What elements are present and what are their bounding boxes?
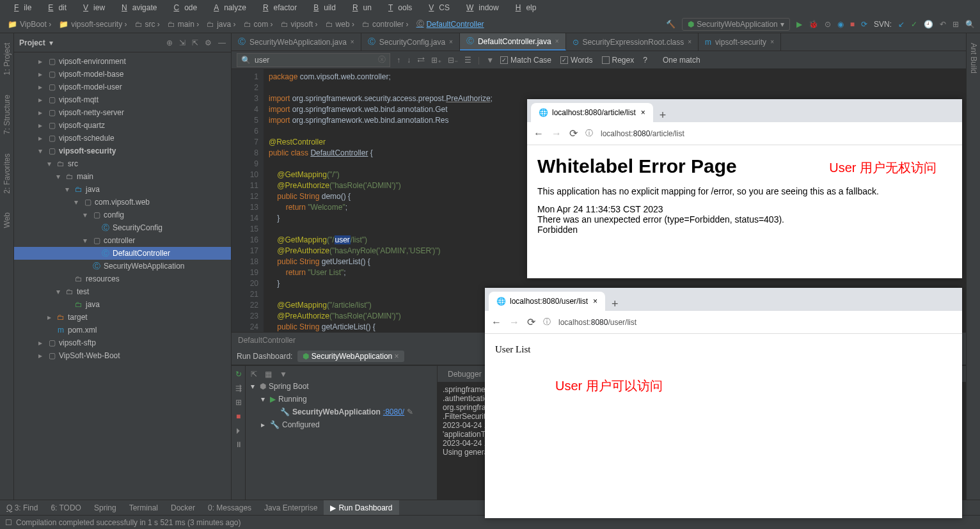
menu-run[interactable]: Run [342, 2, 377, 13]
editor-tab[interactable]: mvipsoft-security× [699, 33, 781, 51]
tree-item[interactable]: ▾🗀java [14, 183, 231, 196]
editor-tab[interactable]: ⒸSecurityConfig.java× [361, 33, 460, 51]
toolwindow-tab[interactable]: Java Enterprise [258, 500, 324, 515]
filter-icon[interactable]: ▼ [486, 56, 494, 65]
run-button[interactable]: ▶ [796, 20, 802, 29]
update-button[interactable]: ⟳ [861, 20, 867, 29]
tree-item[interactable]: ▸▢vipsoft-model-user [14, 81, 231, 93]
tree-item[interactable]: ▾🗀test [14, 285, 231, 298]
tree-item[interactable]: ⒸSecurityConfig [14, 221, 231, 234]
find-input[interactable]: 🔍 user ⓧ [237, 53, 390, 67]
tree-item[interactable]: mpom.xml [14, 324, 231, 336]
coverage-button[interactable]: ⊙ [825, 20, 831, 29]
hammer-icon[interactable]: 🔨 [666, 20, 676, 29]
toolwindow-tab[interactable]: Q 3: Find [0, 500, 44, 515]
editor-tab[interactable]: ⒸDefaultController.java× [460, 33, 566, 51]
tree-item[interactable]: ▾▢config [14, 209, 231, 221]
vcs-history-icon[interactable]: 🕘 [924, 20, 933, 29]
filter-dash-icon[interactable]: ⇶ [235, 384, 242, 393]
toolwindow-tab[interactable]: ▶ Run Dashboard [324, 500, 399, 515]
expand-all-icon[interactable]: ⇲ [179, 38, 186, 47]
profile-button[interactable]: ◉ [837, 20, 844, 29]
dashboard-tree-item[interactable]: 🔧SecurityWebApplication :8080/ ✎ [248, 406, 434, 418]
ide-settings-icon[interactable]: ⊞ [952, 20, 959, 29]
menu-tools[interactable]: Tools [378, 2, 417, 13]
back-button[interactable]: ← [533, 128, 544, 139]
tree-item[interactable]: ▸▢vipsoft-netty-server [14, 106, 231, 119]
collapse-all-icon[interactable]: ⇱ [192, 38, 198, 47]
forward-button[interactable]: → [509, 317, 519, 328]
dashboard-app-tab[interactable]: ⬢ SecurityWebApplication × [297, 351, 404, 362]
layout-icon[interactable]: ⊞ [235, 398, 242, 407]
regex-checkbox[interactable]: Regex [602, 56, 635, 65]
menu-window[interactable]: Window [456, 2, 504, 13]
clear-search-icon[interactable]: ⓧ [378, 54, 386, 65]
breadcrumb-item[interactable]: 🗀src › [132, 19, 162, 30]
dashboard-tree-item[interactable]: ▾⬢Spring Boot [248, 380, 434, 393]
vcs-revert-icon[interactable]: ↶ [940, 20, 946, 29]
dashboard-tree-item[interactable]: ▸🔧Configured [248, 418, 434, 431]
tree-item[interactable]: ▸▢vipsoft-schedule [14, 132, 231, 145]
project-view-label[interactable]: Project [19, 38, 45, 47]
pause-icon[interactable]: ⏸ [235, 440, 242, 449]
editor-tab[interactable]: ⒸSecurityWebApplication.java× [232, 33, 361, 51]
tool-tab[interactable]: Web [1, 209, 13, 231]
info-icon[interactable]: ⓘ [585, 128, 593, 139]
breadcrumb-item[interactable]: 🗀java › [204, 19, 238, 30]
breadcrumb-item[interactable]: ⒸDefaultController [414, 17, 487, 31]
toolwindow-tab[interactable]: 0: Messages [202, 500, 258, 515]
breadcrumb-item[interactable]: 🗀vipsoft › [278, 19, 320, 30]
browser-tab[interactable]: 🌐localhost:8080/user/list × [489, 292, 605, 311]
ant-build-tab[interactable]: Ant Build [968, 40, 979, 77]
tree-item[interactable]: ▾🗀src [14, 157, 231, 170]
tree-item[interactable]: 🗀java [14, 298, 231, 311]
select-opened-icon[interactable]: ⊕ [166, 38, 173, 47]
run-config-selector[interactable]: ⬢ SecurityWebApplication ▾ [682, 18, 790, 31]
console-tab[interactable]: Debugger [443, 368, 487, 380]
tree-item[interactable]: ▸🗀target [14, 311, 231, 324]
tree-item[interactable]: 🗀resources [14, 272, 231, 285]
tool-tab[interactable]: 2: Favorites [1, 150, 13, 197]
menu-help[interactable]: Help [505, 2, 542, 13]
menu-code[interactable]: Code [163, 2, 202, 13]
add-selection-icon[interactable]: ⊞₊ [431, 56, 441, 65]
toolwindow-tab[interactable]: Spring [88, 500, 123, 515]
menu-vcs[interactable]: VCS [418, 2, 455, 13]
vcs-commit-icon[interactable]: ✓ [911, 20, 917, 29]
breadcrumb-item[interactable]: 🗀com › [241, 19, 276, 30]
words-checkbox[interactable]: ✓Words [560, 56, 592, 65]
vcs-update-icon[interactable]: ↙ [898, 20, 905, 29]
breadcrumb-item[interactable]: 📁vipsoft-security › [56, 19, 129, 30]
tree-item[interactable]: ▸▢vipsoft-quartz [14, 119, 231, 132]
tool-tab[interactable]: 1: Project [1, 40, 13, 79]
remove-selection-icon[interactable]: ⊟₋ [448, 56, 458, 65]
select-all-icon[interactable]: ⮂ [417, 56, 425, 65]
debug-button[interactable]: 🐞 [809, 20, 818, 29]
forward-button[interactable]: → [551, 128, 562, 139]
menu-edit[interactable]: Edit [38, 2, 72, 13]
dropdown-icon[interactable]: ▾ [49, 38, 53, 47]
tree-item[interactable]: ▾▢com.vipsoft.web [14, 196, 231, 209]
tree-item[interactable]: ▾▢vipsoft-security [14, 145, 231, 157]
regex-help-icon[interactable]: ? [643, 56, 647, 65]
search-everywhere-icon[interactable]: 🔍 [965, 20, 975, 29]
rerun-icon[interactable]: ↻ [235, 370, 242, 379]
breadcrumb-item[interactable]: 🗀web › [323, 19, 357, 30]
tree-tool-icon[interactable]: ▦ [265, 370, 272, 379]
tree-item[interactable]: ▸▢vipsoft-sftp [14, 336, 231, 349]
dashboard-tree-item[interactable]: ▾▶Running [248, 393, 434, 406]
close-tab-icon[interactable]: × [593, 297, 597, 306]
stop-button[interactable]: ■ [850, 20, 855, 29]
tree-item[interactable]: ▸▢vipsoft-environment [14, 55, 231, 68]
editor-tab[interactable]: ⊙SecurityExpressionRoot.class× [566, 33, 699, 51]
hide-icon[interactable]: — [218, 38, 226, 47]
toolwindow-tab[interactable]: Terminal [123, 500, 164, 515]
close-tab-icon[interactable]: × [641, 108, 645, 117]
tree-item[interactable]: ⒸSecurityWebApplication [14, 260, 231, 272]
menu-view[interactable]: View [73, 2, 110, 13]
prev-match-icon[interactable]: ↑ [397, 56, 400, 65]
tool-tab[interactable]: 7: Structure [1, 91, 13, 138]
tree-item[interactable]: ⒸDefaultController [14, 247, 231, 260]
menu-navigate[interactable]: Navigate [111, 2, 162, 13]
toolwindow-tab[interactable]: Docker [164, 500, 202, 515]
